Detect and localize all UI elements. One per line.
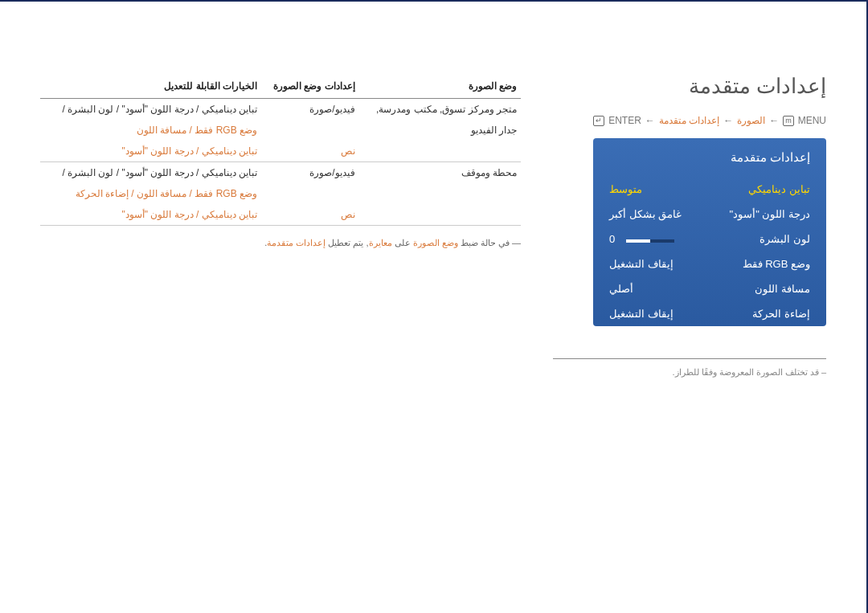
- osd-value: إيقاف التشغيل: [609, 308, 674, 320]
- table-row: محطة وموقففيديو/صورةتباين ديناميكي / درج…: [40, 162, 521, 184]
- arrow-icon: ←: [645, 115, 655, 126]
- osd-label: تباين ديناميكي: [748, 183, 810, 195]
- options-table: وضع الصورة إعدادات وضع الصورة الخيارات ا…: [40, 74, 521, 226]
- osd-item[interactable]: وضع RGB فقطإيقاف التشغيل: [593, 251, 826, 276]
- osd-value: إيقاف التشغيل: [609, 258, 674, 270]
- model-note: – قد تختلف الصورة المعروضة وفقًا للطراز.: [553, 358, 826, 378]
- crumb-picture: الصورة: [737, 115, 765, 126]
- osd-item[interactable]: درجة اللون "أسود"غامق بشكل أكبر: [593, 202, 826, 227]
- th-picture-mode: وضع الصورة: [359, 74, 521, 99]
- page-title: إعدادات متقدمة: [553, 74, 826, 99]
- osd-label: لون البشرة: [760, 233, 810, 245]
- table-row: نصتباين ديناميكي / درجة اللون "أسود": [40, 204, 521, 226]
- footnote: ― في حالة ضبط وضع الصورة على معايرة, يتم…: [40, 238, 521, 248]
- table-row: متجر ومركز تسوق, مكتب ومدرسة,فيديو/صورةت…: [40, 99, 521, 121]
- osd-item[interactable]: مسافة اللونأصلي: [593, 276, 826, 301]
- table-row: نصتباين ديناميكي / درجة اللون "أسود": [40, 141, 521, 162]
- table-row: جدار الفيديووضع RGB فقط / مسافة اللون: [40, 120, 521, 141]
- enter-label: ENTER: [608, 115, 641, 126]
- osd-item[interactable]: تباين ديناميكيمتوسط: [593, 177, 826, 202]
- table-row: وضع RGB فقط / مسافة اللون / إضاءة الحركة: [40, 183, 521, 204]
- osd-value: أصلي: [609, 283, 633, 295]
- osd-value: متوسط: [609, 183, 642, 195]
- osd-label: مسافة اللون: [755, 283, 810, 295]
- arrow-icon: ←: [769, 115, 779, 126]
- osd-value: غامق بشكل أكبر: [609, 208, 682, 220]
- menu-label: MENU: [798, 115, 826, 126]
- osd-label: وضع RGB فقط: [743, 258, 810, 270]
- crumb-advanced: إعدادات متقدمة: [659, 115, 719, 126]
- arrow-icon: ←: [723, 115, 733, 126]
- osd-value: 0: [609, 233, 674, 245]
- th-picture-mode-settings: إعدادات وضع الصورة: [261, 74, 359, 99]
- osd-item[interactable]: لون البشرة 0: [593, 227, 826, 251]
- menu-icon: m: [783, 116, 794, 126]
- osd-label: درجة اللون "أسود": [730, 208, 810, 220]
- enter-icon: ↵: [593, 116, 604, 126]
- osd-panel: إعدادات متقدمة تباين ديناميكيمتوسطدرجة ا…: [593, 138, 826, 326]
- breadcrumb: MENU m ← الصورة ← إعدادات متقدمة ← ENTER…: [553, 115, 826, 126]
- osd-title: إعدادات متقدمة: [593, 138, 826, 177]
- th-adjustable: الخيارات القابلة للتعديل: [40, 74, 261, 99]
- slider[interactable]: [626, 239, 674, 243]
- osd-label: إضاءة الحركة: [752, 308, 810, 320]
- osd-item[interactable]: إضاءة الحركةإيقاف التشغيل: [593, 301, 826, 326]
